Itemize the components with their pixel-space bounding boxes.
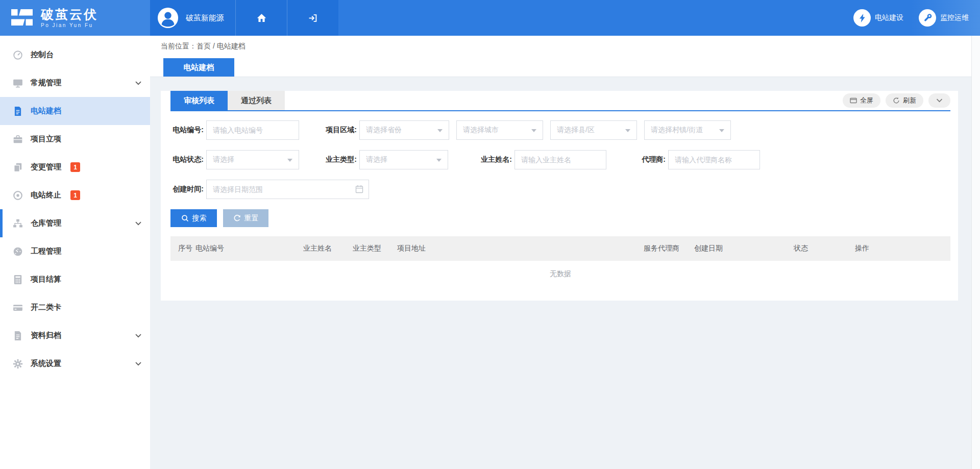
sign-in-icon [308,14,318,22]
owner-type-select[interactable]: 请选择 [359,150,448,169]
wrench-icon [919,9,936,27]
table-header-row: 序号 电站编号 业主姓名 业主类型 项目地址 服务代理商 创建日期 状态 操作 [170,236,950,261]
collapse-button[interactable] [928,93,950,108]
col-project-address: 项目地址 [397,244,644,253]
sidebar-item-change-mgmt[interactable]: 变更管理 1 [0,153,150,181]
date-range-input[interactable] [206,180,369,199]
region-label: 项目区域: [325,126,359,135]
sidebar-item-station-archive[interactable]: 电站建档 [0,97,150,125]
city-select[interactable]: 请选择城市 [456,120,543,140]
breadcrumb-prefix: 当前位置： [161,42,197,50]
breadcrumb-path[interactable]: 首页 / 电站建档 [197,42,246,50]
caret-down-icon [531,129,536,135]
town-select[interactable]: 请选择村镇/街道 [644,120,731,140]
col-create-date: 创建日期 [694,244,794,253]
avatar [157,7,179,29]
sidebar-item-project-initiation[interactable]: 项目立项 [0,125,150,153]
calendar-icon [355,185,363,195]
county-select[interactable]: 请选择县/区 [550,120,637,140]
calculator-icon [13,275,23,285]
agent-input[interactable] [668,150,760,169]
record-icon [13,190,23,201]
sidebar-item-project-settlement[interactable]: 项目结算 [0,265,150,293]
caret-down-icon [625,129,630,135]
fullscreen-icon [850,97,857,104]
fullscreen-button[interactable]: 全屏 [843,93,880,108]
sidebar-item-data-archive[interactable]: 资料归档 [0,322,150,350]
logo-title: 破茧云伏 [41,8,98,21]
owner-name-input[interactable] [514,150,606,169]
col-index: 序号 [170,244,195,253]
nav-label: 电站建设 [875,13,903,22]
panel-tab-bar: 审核列表 通过列表 全屏 刷新 [170,91,950,111]
card-icon [13,303,23,313]
chevron-down-icon [135,221,141,226]
document-icon [13,106,23,116]
caret-down-icon [719,129,724,135]
sidebar-item-open-card[interactable]: 开二类卡 [0,293,150,322]
reset-button[interactable]: 重置 [223,209,268,227]
search-icon [181,214,189,222]
chevron-down-icon [135,334,141,338]
search-form: 电站编号: 项目区域: 请选择省份 请选择城市 请选择县/区 [170,111,950,227]
main-content: 当前位置：首页 / 电站建档 电站建档 审核列表 通过列表 全屏 [150,36,971,469]
app-root: 破茧云伏 Po Jian Yun Fu 破茧新能源 [0,0,980,469]
header-user-strip: 破茧新能源 [150,0,338,36]
col-owner-name: 业主姓名 [303,244,353,253]
owner-name-label: 业主姓名: [479,155,514,164]
chevron-down-icon [936,98,943,103]
sidebar-item-console[interactable]: 控制台 [0,41,150,69]
sitemap-icon [13,218,23,229]
tab-review-list[interactable]: 审核列表 [170,91,228,110]
sidebar-item-engineering-mgmt[interactable]: 工程管理 [0,237,150,265]
col-owner-type: 业主类型 [353,244,397,253]
logo-mark-icon [10,9,34,27]
user-menu[interactable]: 破茧新能源 [150,0,235,36]
sidebar-item-system-settings[interactable]: 系统设置 [0,350,150,378]
station-status-select[interactable]: 请选择 [206,150,299,169]
page-tab-station-archive[interactable]: 电站建档 [163,58,234,77]
home-button[interactable] [235,0,287,36]
briefcase-icon [13,134,23,144]
col-status: 状态 [794,244,855,253]
station-no-label: 电站编号: [170,126,206,135]
province-select[interactable]: 请选择省份 [359,120,449,140]
agent-label: 代理商: [637,155,668,164]
chevron-down-icon [135,362,141,366]
sidebar-item-general-mgmt[interactable]: 常规管理 [0,69,150,97]
logout-button[interactable] [287,0,338,36]
caret-down-icon [436,159,442,164]
col-station-no: 电站编号 [195,244,303,253]
caret-down-icon [437,129,443,135]
sidebar-item-warehouse-mgmt[interactable]: 仓库管理 [0,209,150,237]
app-header: 破茧云伏 Po Jian Yun Fu 破茧新能源 [0,0,980,36]
status-badge: 1 [70,190,80,200]
caret-down-icon [287,159,292,164]
search-button[interactable]: 搜索 [170,209,217,227]
sidebar-item-station-termination[interactable]: 电站终止 1 [0,181,150,209]
nav-monitoring[interactable]: 监控运维 [919,0,969,36]
chevron-down-icon [135,81,141,85]
create-time-label: 创建时间: [170,185,206,194]
sidebar: 控制台 常规管理 电站建档 [0,36,150,469]
scrollbar-track[interactable] [971,36,980,469]
col-service-agent: 服务代理商 [644,244,694,253]
empty-state-text: 无数据 [170,261,950,287]
home-icon [256,13,267,22]
col-actions: 操作 [855,244,950,253]
gear-icon [13,359,23,369]
logo-subtitle: Po Jian Yun Fu [41,22,98,28]
nav-station-construction[interactable]: 电站建设 [853,0,903,36]
station-no-input[interactable] [206,120,299,140]
tab-passed-list[interactable]: 通过列表 [228,91,285,110]
refresh-button[interactable]: 刷新 [886,93,923,108]
gauge-icon [13,50,23,60]
owner-type-label: 业主类型: [325,155,359,164]
refresh-icon [893,97,900,104]
lightning-icon [853,9,871,27]
status-badge: 1 [70,162,80,172]
monitor-icon [13,78,23,88]
review-panel: 审核列表 通过列表 全屏 刷新 [161,91,958,301]
meter-icon [13,246,23,257]
station-status-label: 电站状态: [170,155,206,164]
